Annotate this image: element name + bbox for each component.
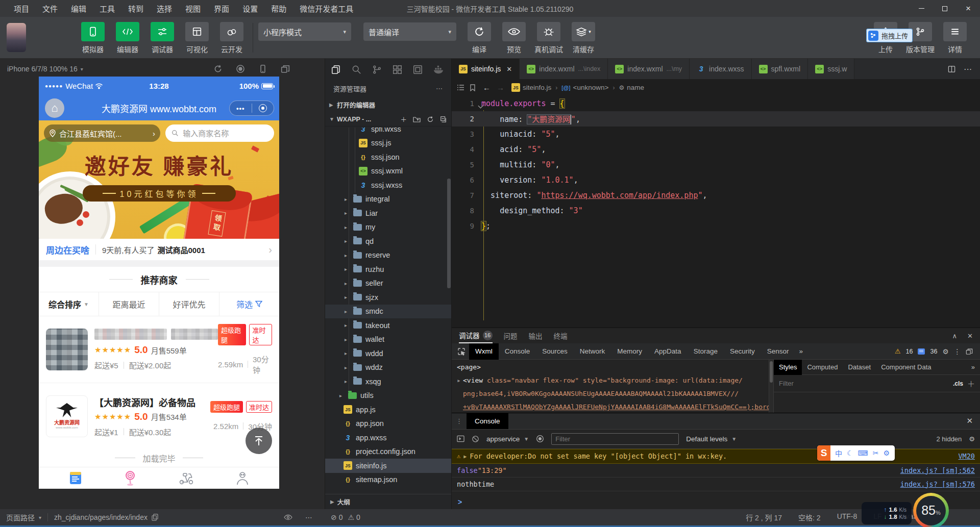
menu-item[interactable]: 工具 [93,3,121,14]
search-icon[interactable] [352,65,361,74]
console-tab[interactable]: Console [467,413,508,429]
source-link[interactable]: index.js? [sm]:562 [900,466,975,474]
copy-icon[interactable] [152,514,158,521]
menu-item[interactable]: 选择 [150,3,179,14]
tab-spfl.wxml[interactable]: <>spfl.wxml [752,59,808,79]
可视化-button[interactable] [185,22,209,41]
file-integral[interactable]: ▸integral [325,192,451,207]
编辑器-button[interactable] [116,22,139,41]
wrench-icon[interactable]: ⚙ [884,449,890,457]
live-expression-icon[interactable] [536,435,544,443]
status-item[interactable]: 行 2 , 列 17 [746,512,782,522]
styles-tab-Computed[interactable]: Computed [802,360,843,375]
file-siteinfo.js[interactable]: JSsiteinfo.js [325,459,451,473]
add-style-icon[interactable]: ＋ [967,378,975,389]
user-avatar[interactable] [7,23,26,52]
profile-tab-icon[interactable] [236,471,249,485]
phone-icon[interactable] [258,64,267,73]
candy-tab-icon[interactable] [124,470,137,486]
menu-item[interactable]: 设置 [236,3,264,14]
sort-4[interactable]: 筛选 [219,292,279,316]
tab-index.wxml[interactable]: <>index.wxml...\my [608,59,690,79]
home-icon[interactable]: ⌂ [45,98,64,118]
file-takeout[interactable]: ▸takeout [325,318,451,333]
file-sssj.wxss[interactable]: 3sssj.wxss [325,178,451,192]
file-app.wxss[interactable]: 3app.wxss [325,431,451,445]
devtools-tab-Console[interactable]: Console [499,343,536,360]
file-qd[interactable]: ▸qd [325,234,451,248]
stop-icon[interactable] [236,64,245,73]
styles-filter-input[interactable] [779,380,949,387]
message-count[interactable]: 36 [930,348,937,355]
breadcrumb-2[interactable]: [@]<unknown> [561,84,608,91]
maximize-button[interactable] [933,0,957,17]
file-seller[interactable]: ▸seller [325,277,451,291]
clear-console-icon[interactable] [472,435,479,443]
详情-button[interactable] [943,22,967,41]
tab-index.wxss[interactable]: 3index.wxss [690,59,751,79]
close-icon[interactable]: ✕ [966,416,980,425]
file-app.js[interactable]: JSapp.js [325,403,451,417]
drag-handle-icon[interactable]: ⋮ [452,417,467,425]
outline-section[interactable]: ▶ 大纲 [325,494,451,509]
more-tabs-icon[interactable]: » [795,347,807,355]
inspect-element-icon[interactable] [455,345,468,358]
cls-toggle[interactable]: .cls [953,380,963,387]
orders-tab-icon[interactable] [69,471,82,485]
menu-item[interactable]: 视图 [179,3,207,14]
new-folder-icon[interactable] [413,116,421,122]
file-wallet[interactable]: ▸wallet [325,333,451,347]
delivery-tab-icon[interactable] [178,471,194,485]
explorer-scrollbar[interactable] [447,179,451,288]
pane-scrollbar[interactable] [769,360,774,413]
collapse-all-icon[interactable] [440,116,447,123]
rotate-icon[interactable] [213,64,223,73]
source-control-icon[interactable] [372,65,382,74]
merchant-search[interactable] [165,124,274,142]
file-sssj.js[interactable]: JSsssj.js [325,136,451,150]
docker-icon[interactable] [433,65,444,74]
模拟器-button[interactable] [81,22,105,41]
status-item[interactable]: 空格: 2 [798,512,821,522]
file-wddd[interactable]: ▸wddd [325,346,451,361]
kebab-menu-icon[interactable]: ⋮ [954,347,961,356]
merchant-card[interactable]: ★★★★★5.0月售559单起送¥5配送¥2.00起超级跑腿准时达2.59km3… [39,316,279,383]
devtools-tab-AppData[interactable]: AppData [648,343,688,360]
menu-item[interactable]: 编辑 [64,3,93,14]
file-sssj.json[interactable]: {}sssj.json [325,150,451,164]
sort-1[interactable]: 综合排序▼ [39,292,99,316]
source-link[interactable]: index.js? [sm]:576 [900,480,975,488]
multi-window-icon[interactable] [281,64,290,73]
tab-siteinfo.js[interactable]: JSsiteinfo.js✕ [452,59,520,79]
file-Liar[interactable]: ▸Liar [325,206,451,220]
云开发-button[interactable] [220,22,243,41]
search-input[interactable] [183,129,268,138]
page-path-value[interactable]: zh_cjdianc/pages/index/index [54,513,148,521]
more-menu-button[interactable]: ••• [230,105,252,112]
panel-tab-终端[interactable]: 终端 [554,328,568,343]
location-pill[interactable]: 合江县荔虹宾馆(... › [44,124,160,142]
devtools-tab-Network[interactable]: Network [574,343,611,360]
files-icon[interactable] [331,65,341,74]
styles-tab-Dataset[interactable]: Dataset [843,360,876,375]
context-select[interactable]: appservice ▼ [486,435,529,443]
devtools-tab-Storage[interactable]: Storage [688,343,724,360]
keyboard-icon[interactable]: ⌨ [858,449,868,457]
back-icon[interactable]: ← [483,83,491,92]
devtools-tab-Sensor[interactable]: Sensor [761,343,795,360]
source-link[interactable]: VM20 [958,452,975,460]
sort-3[interactable]: 好评优先 [159,292,219,316]
breadcrumb-1[interactable]: JSsiteinfo.js [511,83,551,92]
menu-item[interactable]: 微信开发者工具 [293,3,360,14]
预览-button[interactable] [502,22,526,41]
more-actions-icon[interactable]: ⋯ [436,85,443,92]
menu-item[interactable]: 项目 [7,3,36,14]
file-spfl.wxss[interactable]: 3spfl.wxss [325,128,451,136]
调试器-button[interactable] [151,22,174,41]
more-actions-icon[interactable]: ⋯ [964,64,972,74]
refresh-icon[interactable] [427,116,434,123]
promo-banner[interactable]: 合江县荔虹宾馆(... › 邀好友 赚豪礼 10元红包等你领 [39,120,279,239]
new-file-icon[interactable]: ＋ [400,114,407,124]
真机调试-button[interactable] [537,22,560,41]
file-wddz[interactable]: ▸wddz [325,361,451,375]
